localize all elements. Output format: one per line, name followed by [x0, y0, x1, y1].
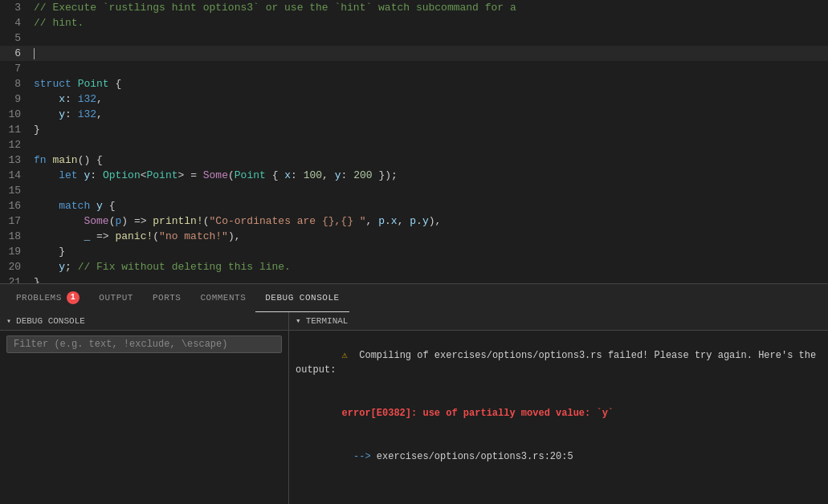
- chevron-down-icon: ▾: [6, 316, 11, 326]
- terminal-panel: ▾ TERMINAL ⚠ Compiling of exercises/opti…: [289, 311, 828, 504]
- code-line-11: 11 }: [0, 122, 828, 137]
- line-content-17: Some(p) => println!("Co-ordinates are {}…: [31, 213, 828, 229]
- code-line-10: 10 y: i32,: [0, 107, 828, 122]
- line-num-18: 18: [0, 229, 31, 244]
- terminal-title: TERMINAL: [306, 316, 349, 326]
- term-line-3: [296, 478, 822, 493]
- line-content-4: // hint.: [31, 15, 828, 30]
- term-line-0: ⚠ Compiling of exercises/options/options…: [296, 334, 822, 392]
- line-num-14: 14: [0, 168, 31, 183]
- line-num-11: 11: [0, 122, 31, 137]
- line-num-3: 3: [0, 0, 31, 15]
- code-line-18: 18 _ => panic!("no match!"),: [0, 229, 828, 244]
- line-num-13: 13: [0, 152, 31, 168]
- code-line-13: 13 fn main() {: [0, 152, 828, 168]
- line-content-16: match y {: [31, 198, 828, 213]
- code-line-21: 21 }: [0, 274, 828, 283]
- line-num-10: 10: [0, 107, 31, 122]
- line-content-8: struct Point {: [31, 76, 828, 91]
- tab-ports-label: PORTS: [153, 293, 182, 303]
- line-num-15: 15: [0, 183, 31, 198]
- line-num-17: 17: [0, 213, 31, 229]
- line-num-6: 6: [0, 46, 31, 61]
- line-num-8: 8: [0, 76, 31, 91]
- line-content-13: fn main() {: [31, 152, 828, 168]
- line-content-18: _ => panic!("no match!"),: [31, 229, 828, 244]
- tab-comments[interactable]: COMMENTS: [190, 284, 255, 312]
- line-content-10: y: i32,: [31, 107, 828, 122]
- line-content-3: // Execute `rustlings hint options3` or …: [31, 0, 828, 15]
- terminal-header: ▾ TERMINAL: [289, 311, 828, 331]
- chevron-down-icon-terminal: ▾: [296, 315, 301, 326]
- tab-output-label: OUTPUT: [99, 293, 133, 303]
- line-content-19: }: [31, 244, 828, 259]
- code-line-14: 14 let y: Option<Point> = Some(Point { x…: [0, 168, 828, 183]
- tab-output[interactable]: OUTPUT: [89, 284, 143, 312]
- bottom-panel: ▾ DEBUG CONSOLE ▾ TERMINAL ⚠ Compiling o…: [0, 311, 828, 504]
- debug-console-left: ▾ DEBUG CONSOLE: [0, 311, 289, 504]
- code-line-19: 19 }: [0, 244, 828, 259]
- term-line-2: --> exercises/options/options3.rs:20:5: [296, 435, 822, 478]
- line-content-20: y; // Fix without deleting this line.: [31, 259, 828, 274]
- code-line-3: 3 // Execute `rustlings hint options3` o…: [0, 0, 828, 15]
- line-num-4: 4: [0, 15, 31, 30]
- term-line-4: 17 | Some(p) => println!("Co-ordinates a…: [296, 493, 822, 504]
- tab-comments-label: COMMENTS: [200, 293, 246, 303]
- line-content-14: let y: Option<Point> = Some(Point { x: 1…: [31, 168, 828, 183]
- editor-area: 3 // Execute `rustlings hint options3` o…: [0, 0, 828, 283]
- tab-debug-console-label: DEBUG CONSOLE: [265, 293, 339, 303]
- code-line-5: 5: [0, 30, 828, 46]
- term-line-1: error[E0382]: use of partially moved val…: [296, 392, 822, 435]
- line-content-6: [31, 46, 828, 61]
- code-line-7: 7: [0, 61, 828, 76]
- code-line-20: 20 y; // Fix without deleting this line.: [0, 259, 828, 274]
- warn-icon: ⚠: [342, 350, 353, 361]
- tab-ports[interactable]: PORTS: [143, 284, 191, 312]
- filter-input[interactable]: [6, 335, 282, 353]
- line-num-5: 5: [0, 30, 31, 46]
- code-line-4: 4 // hint.: [0, 15, 828, 30]
- code-line-15: 15: [0, 183, 828, 198]
- line-content-21: }: [31, 274, 828, 283]
- code-line-6: 6: [0, 46, 828, 61]
- filter-wrapper: [0, 331, 288, 358]
- code-line-16: 16 match y {: [0, 198, 828, 213]
- code-lines: 3 // Execute `rustlings hint options3` o…: [0, 0, 828, 283]
- line-num-12: 12: [0, 137, 31, 152]
- code-line-17: 17 Some(p) => println!("Co-ordinates are…: [0, 213, 828, 229]
- line-num-21: 21: [0, 274, 31, 283]
- line-content-9: x: i32,: [31, 91, 828, 107]
- line-content-11: }: [31, 122, 828, 137]
- line-num-7: 7: [0, 61, 31, 76]
- terminal-content: ⚠ Compiling of exercises/options/options…: [289, 331, 828, 504]
- code-line-12: 12: [0, 137, 828, 152]
- panel-tabs: PROBLEMS 1 OUTPUT PORTS COMMENTS DEBUG C…: [0, 283, 828, 311]
- debug-console-title: DEBUG CONSOLE: [16, 316, 85, 326]
- code-line-9: 9 x: i32,: [0, 91, 828, 107]
- line-num-20: 20: [0, 259, 31, 274]
- debug-console-header: ▾ DEBUG CONSOLE: [0, 311, 288, 331]
- problems-badge: 1: [67, 291, 80, 304]
- tab-debug-console[interactable]: DEBUG CONSOLE: [255, 284, 349, 312]
- line-num-19: 19: [0, 244, 31, 259]
- tab-problems-label: PROBLEMS: [16, 293, 62, 303]
- line-num-16: 16: [0, 198, 31, 213]
- tab-problems[interactable]: PROBLEMS 1: [6, 284, 89, 312]
- line-num-9: 9: [0, 91, 31, 107]
- code-line-8: 8 struct Point {: [0, 76, 828, 91]
